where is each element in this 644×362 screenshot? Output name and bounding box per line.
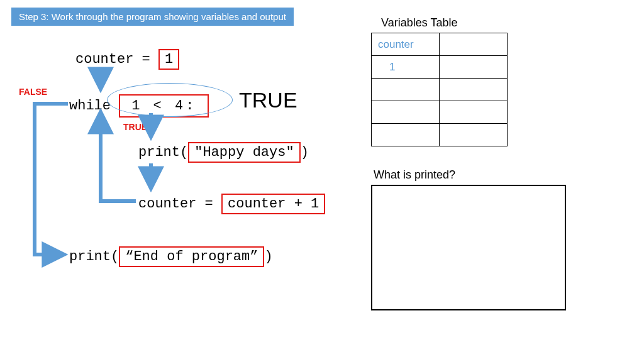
vt-header-cell: counter [372,33,440,56]
code-text: counter = [138,196,221,212]
code-line-3: print("Happy days") [138,142,309,163]
code-line-4: counter = counter + 1 [138,194,325,214]
vt-cell: 1 [372,56,440,79]
false-label: FALSE [19,87,47,97]
variables-table-title: Variables Table [381,16,457,30]
code-text: < 4: [142,98,196,114]
code-text: print( [138,145,188,160]
vt-cell [372,101,440,124]
value-text: 1 [131,98,142,114]
value-box: counter + 1 [221,194,325,214]
vt-cell [440,33,508,56]
variables-table: counter 1 [371,33,508,146]
value-box: 1 [158,49,179,70]
code-text: print( [69,249,119,265]
vt-cell [440,56,508,79]
vt-cell [440,124,508,146]
code-line-1: counter = 1 [75,49,179,70]
code-text: ) [264,249,272,265]
value-box: "Happy days" [188,142,300,163]
value-box: “End of program” [119,246,264,267]
output-box [371,185,566,310]
vt-cell [372,79,440,101]
value-box: 1 < 4: [119,94,209,118]
code-line-2: while 1 < 4: [69,94,209,118]
code-line-5: print(“End of program”) [69,246,273,267]
code-text: ) [301,145,309,160]
condition-result-true: TRUE [239,88,297,112]
vt-cell [440,79,508,101]
true-label: TRUE [123,122,147,132]
step-banner: Step 3: Work through the program showing… [11,8,294,26]
code-trace-area: counter = 1 while 1 < 4: print("Happy da… [0,38,365,302]
vt-cell [372,124,440,146]
code-text: counter = [75,52,158,67]
output-title: What is printed? [374,168,455,182]
vt-cell [440,101,508,124]
code-text: while [69,98,119,114]
